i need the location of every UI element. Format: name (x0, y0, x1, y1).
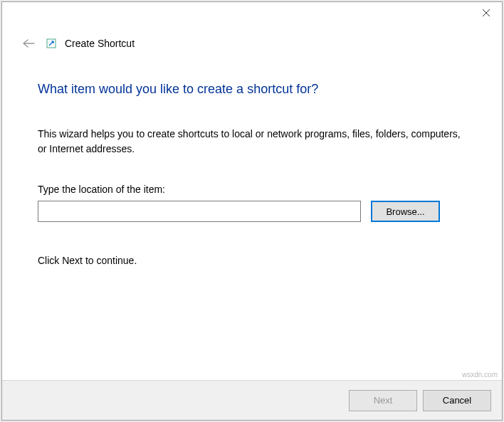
browse-button[interactable]: Browse... (371, 201, 440, 222)
location-input[interactable] (38, 201, 361, 222)
location-row: Browse... (38, 201, 466, 222)
watermark: wsxdn.com (462, 371, 498, 379)
next-button: Next (349, 390, 417, 411)
dialog-title: Create Shortcut (65, 38, 135, 49)
shortcut-icon (46, 38, 56, 48)
close-icon (482, 9, 490, 17)
back-arrow-icon[interactable] (22, 38, 35, 48)
cancel-button[interactable]: Cancel (423, 390, 491, 411)
content-area: What item would you like to create a sho… (2, 58, 502, 380)
continue-instruction: Click Next to continue. (38, 255, 466, 266)
dialog-footer: Next Cancel (2, 380, 502, 420)
dialog-window: Create Shortcut What item would you like… (1, 1, 503, 421)
location-label: Type the location of the item: (38, 184, 466, 195)
titlebar (2, 2, 502, 28)
close-button[interactable] (470, 2, 502, 23)
wizard-description: This wizard helps you to create shortcut… (38, 127, 466, 157)
wizard-heading: What item would you like to create a sho… (38, 82, 466, 97)
header: Create Shortcut (2, 38, 502, 58)
